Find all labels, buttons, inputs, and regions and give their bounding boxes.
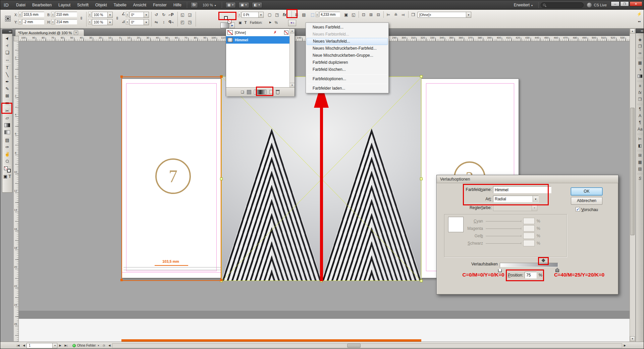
- gradient-panel-icon[interactable]: [636, 73, 644, 80]
- gap-spinner[interactable]: ▴▾: [316, 12, 319, 17]
- pages-panel-icon[interactable]: ❐: [636, 43, 644, 50]
- menu-layout[interactable]: Layout: [55, 0, 74, 10]
- gradient-feather-tool[interactable]: [2, 129, 12, 136]
- swatch-scroll-down-icon[interactable]: ▼: [290, 83, 294, 87]
- menu-item-farbfeld-löschen-[interactable]: Farbfeld löschen...: [307, 66, 388, 73]
- x-input[interactable]: [22, 12, 44, 17]
- select-content-icon[interactable]: ◲: [187, 12, 193, 18]
- corner-options-icon[interactable]: ▢: [267, 12, 273, 18]
- scale-x-spinner[interactable]: ▴▾: [88, 12, 91, 17]
- menu-objekt[interactable]: Objekt: [92, 0, 110, 10]
- layers-panel-icon[interactable]: ◈: [636, 36, 644, 43]
- arrange-documents-button[interactable]: ◧ ▼: [252, 2, 262, 8]
- center-content-icon[interactable]: ⊟: [375, 12, 381, 18]
- view-options-button[interactable]: ▦ ▼: [225, 2, 236, 8]
- vertical-scroll-thumb[interactable]: [630, 108, 635, 235]
- prev-page-button[interactable]: ◀: [21, 344, 26, 347]
- menu-fenster[interactable]: Fenster: [150, 0, 170, 10]
- orange-handle[interactable]: [120, 279, 123, 281]
- constrain-dimensions-icon[interactable]: ∞: [78, 15, 85, 21]
- select-next-icon[interactable]: ◳: [187, 19, 193, 25]
- scroll-down-icon[interactable]: ▼: [630, 336, 635, 341]
- preflight-menu-arrow[interactable]: ▼: [96, 345, 101, 347]
- links-panel-icon[interactable]: ∞: [636, 50, 644, 56]
- swatches-panel-menu-button[interactable]: ▼≡: [288, 20, 296, 26]
- paragraph-panel-icon[interactable]: ¶: [636, 119, 644, 126]
- menu-bearbeiten[interactable]: Bearbeiten: [29, 0, 55, 10]
- menu-item-farbfelder-laden-[interactable]: Farbfelder laden...: [307, 85, 388, 92]
- align-left-icon[interactable]: ⊨: [385, 12, 391, 18]
- menu-schrift[interactable]: Schrift: [74, 0, 92, 10]
- flip-horizontal-icon[interactable]: ⇋: [153, 19, 159, 25]
- gap-tool[interactable]: ↔: [2, 56, 12, 63]
- first-page-button[interactable]: |◀: [15, 344, 21, 347]
- gradient-ramp[interactable]: [500, 263, 558, 267]
- align-right-icon[interactable]: ⫤: [400, 12, 406, 18]
- menu-hilfe[interactable]: Hilfe: [170, 0, 185, 10]
- tab-close-icon[interactable]: ✕: [74, 31, 78, 35]
- width-input[interactable]: [55, 12, 77, 17]
- close-button[interactable]: ✕: [630, 1, 642, 6]
- fill-stroke-proxy[interactable]: [2, 166, 12, 173]
- bridge-button[interactable]: Br: [191, 2, 198, 8]
- orange-handle[interactable]: [220, 279, 222, 281]
- orange-handle[interactable]: [120, 76, 123, 78]
- align-center-icon[interactable]: ≞: [393, 12, 399, 18]
- swatch-scrollbar[interactable]: ▲ ▼: [289, 29, 294, 87]
- constrain-scale-icon[interactable]: ∞: [114, 15, 120, 21]
- next-page-button[interactable]: ▶: [57, 344, 63, 347]
- paragraph-styles-panel-icon[interactable]: ¶: [636, 106, 644, 112]
- workspace-switcher[interactable]: Erweitert ▼: [511, 0, 537, 10]
- swatches-panel-icon[interactable]: ▦: [636, 59, 644, 66]
- cell-styles-panel-icon[interactable]: ▦: [636, 159, 644, 165]
- hand-tool[interactable]: ✌: [2, 151, 12, 158]
- menu-item-neues-verlaufsfeld-[interactable]: Neues Verlaufsfeld...: [307, 38, 388, 45]
- rotate-spinner[interactable]: ▴▾: [126, 12, 129, 17]
- flip-vertical-icon[interactable]: ↕: [161, 19, 167, 25]
- character-styles-panel-icon[interactable]: A: [636, 112, 644, 119]
- ok-button[interactable]: OK: [571, 188, 602, 195]
- object-styles-panel-icon[interactable]: ❒: [636, 96, 644, 103]
- horizontal-scrollbar[interactable]: [112, 343, 622, 348]
- corner-radius-icon[interactable]: ◳: [274, 12, 280, 18]
- quick-apply-icon[interactable]: ⚡: [636, 11, 642, 17]
- menu-item-farbfeld-duplizieren[interactable]: Farbfeld duplizieren: [307, 59, 388, 66]
- last-page-button[interactable]: ▶|: [63, 344, 69, 347]
- x-spinner[interactable]: ▴▾: [18, 12, 21, 17]
- frame-handle[interactable]: [220, 178, 223, 180]
- reference-point-proxy[interactable]: [5, 16, 11, 21]
- cs-live-label[interactable]: CS Live: [594, 3, 607, 7]
- menu-item-farbfeldoptionen-[interactable]: Farbfeldoptionen...: [307, 76, 388, 83]
- screen-mode-button[interactable]: ▣ ▼: [238, 2, 249, 8]
- pathfinder-panel-icon[interactable]: ◧: [636, 142, 644, 149]
- effects-panel-icon[interactable]: fx: [636, 89, 644, 96]
- menu-item-neues-mischdruckfarben-farbfeld-[interactable]: Neues Mischdruckfarben-Farbfeld...: [307, 45, 388, 52]
- page-number-combo[interactable]: 1▼: [26, 343, 57, 348]
- stroke-weight-spinner[interactable]: ▴▾: [238, 12, 241, 17]
- rotate-cw-icon[interactable]: ↻: [161, 12, 167, 18]
- menu-item-neues-farbfeld-[interactable]: Neues Farbfeld...: [307, 24, 388, 31]
- scale-x-combo[interactable]: 100 %▼: [92, 12, 113, 18]
- stroke-panel-icon[interactable]: ≡: [636, 83, 644, 89]
- orange-frame[interactable]: [121, 77, 221, 281]
- note-tool[interactable]: ▤: [2, 137, 12, 144]
- object-style-combo[interactable]: [Ohne]+▼: [418, 12, 471, 18]
- new-color-group-icon[interactable]: ❏: [241, 90, 244, 94]
- gradient-tool[interactable]: [2, 121, 12, 129]
- menu-item-neue-mischdruckfarben-gruppe-[interactable]: Neue Mischdruckfarben-Gruppe...: [307, 52, 388, 59]
- height-spinner[interactable]: ▴▾: [51, 19, 54, 24]
- free-transform-tool[interactable]: ▱: [2, 114, 12, 121]
- shear-spinner[interactable]: ▴▾: [126, 19, 129, 24]
- fill-proportional-icon[interactable]: ⊞: [368, 12, 374, 18]
- table-panel-icon[interactable]: ⊞: [636, 152, 644, 159]
- type-tool[interactable]: T: [2, 64, 12, 71]
- dock-collapse-header[interactable]: ◂◂: [636, 29, 644, 33]
- stroke-weight-combo[interactable]: 0 Pt▼: [241, 12, 264, 18]
- fit-content-icon[interactable]: ▣: [343, 12, 349, 18]
- menu-datei[interactable]: Datei: [13, 0, 29, 10]
- minimize-button[interactable]: ─: [611, 1, 620, 6]
- y-spinner[interactable]: ▴▾: [18, 19, 21, 24]
- width-spinner[interactable]: ▴▾: [51, 12, 54, 17]
- color-panel-icon[interactable]: ◑: [636, 66, 644, 73]
- apply-color-buttons[interactable]: ▣ T: [2, 173, 12, 180]
